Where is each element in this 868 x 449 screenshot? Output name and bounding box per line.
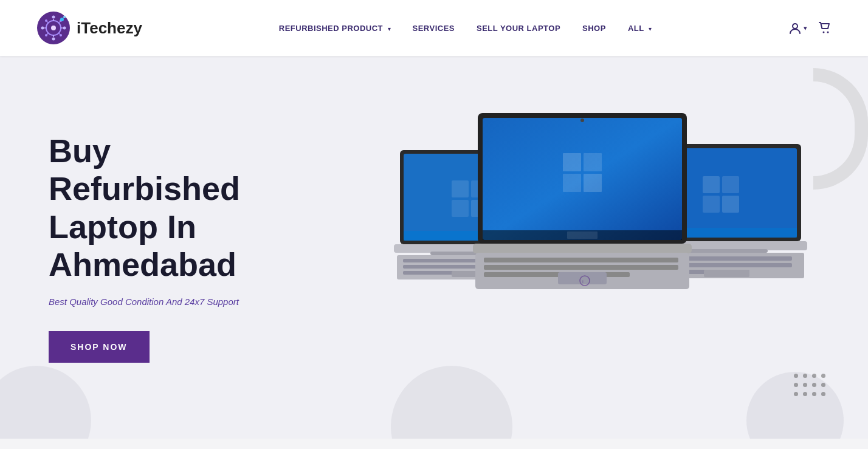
cart-button[interactable] [818, 21, 832, 35]
nav-icons: ▾ [788, 21, 832, 35]
svg-rect-58 [703, 176, 720, 193]
nav-item-refurbished[interactable]: REFURBISHED PRODUCT ▾ [279, 22, 391, 33]
svg-rect-46 [567, 231, 598, 239]
hero-image: i [394, 111, 807, 384]
svg-rect-43 [563, 174, 581, 192]
svg-rect-51 [484, 265, 678, 270]
svg-point-21 [793, 24, 797, 29]
hero-title: Buy Refurbished Laptop In Ahmedabad [49, 132, 267, 283]
svg-rect-48 [473, 244, 692, 253]
svg-point-22 [822, 32, 824, 33]
svg-rect-61 [722, 196, 739, 213]
user-icon [788, 21, 802, 35]
nav-item-sell[interactable]: SELL YOUR LAPTOP [477, 22, 560, 33]
svg-rect-52 [484, 272, 630, 277]
svg-rect-69 [704, 270, 749, 277]
chevron-down-icon: ▾ [388, 26, 391, 32]
laptop-center: i [473, 111, 692, 295]
nav-link-sell[interactable]: SELL YOUR LAPTOP [477, 24, 560, 33]
svg-rect-44 [584, 174, 602, 192]
nav-item-all[interactable]: ALL ▾ [628, 22, 652, 33]
svg-rect-60 [703, 196, 720, 213]
main-nav: iTechezy REFURBISHED PRODUCT ▾ SERVICES … [0, 0, 868, 56]
hero-subtitle: Best Quality Good Condition And 24x7 Sup… [49, 296, 267, 307]
chevron-down-icon-all: ▾ [649, 26, 652, 32]
hero-content: Buy Refurbished Laptop In Ahmedabad Best… [0, 95, 316, 399]
svg-point-23 [827, 32, 828, 33]
nav-links: REFURBISHED PRODUCT ▾ SERVICES SELL YOUR… [279, 22, 652, 33]
deco-arc [813, 68, 868, 190]
svg-point-3 [52, 16, 55, 19]
svg-point-6 [63, 27, 66, 30]
svg-rect-26 [452, 180, 469, 197]
logo-icon [36, 11, 71, 45]
hero-section: Buy Refurbished Laptop In Ahmedabad Best… [0, 56, 868, 439]
svg-point-20 [63, 16, 66, 18]
svg-point-19 [60, 18, 64, 21]
svg-rect-42 [584, 153, 602, 171]
svg-rect-50 [484, 258, 678, 262]
svg-point-14 [60, 34, 62, 36]
svg-point-11 [45, 19, 47, 22]
nav-link-services[interactable]: SERVICES [413, 24, 455, 33]
svg-point-13 [45, 34, 47, 36]
nav-link-refurbished[interactable]: REFURBISHED PRODUCT [279, 24, 383, 33]
cart-icon [818, 21, 832, 35]
nav-item-services[interactable]: SERVICES [413, 22, 455, 33]
nav-link-all[interactable]: ALL [628, 24, 644, 33]
svg-rect-64 [683, 249, 768, 253]
nav-link-shop[interactable]: SHOP [582, 24, 606, 33]
user-dropdown-arrow: ▾ [804, 24, 807, 32]
user-menu-button[interactable]: ▾ [788, 21, 807, 35]
shop-now-button[interactable]: SHOP NOW [49, 331, 150, 363]
svg-point-5 [41, 27, 44, 30]
svg-rect-41 [563, 153, 581, 171]
svg-point-4 [52, 38, 55, 41]
logo-text: iTechezy [77, 19, 142, 38]
svg-rect-28 [452, 200, 469, 217]
svg-point-47 [580, 118, 584, 122]
laptop-group: i [394, 111, 807, 384]
logo[interactable]: iTechezy [36, 11, 142, 45]
svg-text:i: i [582, 279, 584, 284]
svg-rect-40 [483, 118, 682, 240]
svg-point-2 [51, 26, 56, 30]
nav-item-shop[interactable]: SHOP [582, 22, 606, 33]
laptop-center-svg: i [473, 111, 692, 293]
svg-rect-59 [722, 176, 739, 193]
